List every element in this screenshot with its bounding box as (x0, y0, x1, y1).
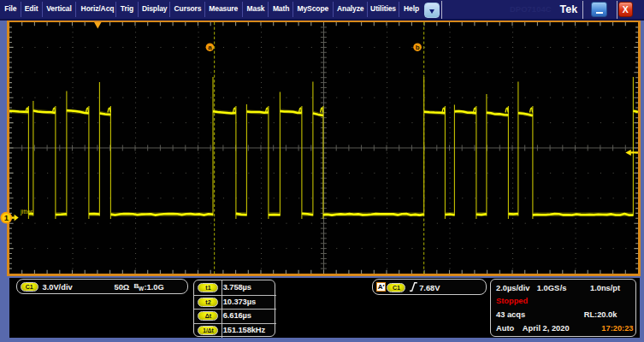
svg-text:b: b (415, 44, 419, 51)
svg-text:1: 1 (4, 213, 9, 222)
svg-text:a: a (208, 44, 212, 51)
svg-text:jitter: jitter (19, 208, 32, 215)
